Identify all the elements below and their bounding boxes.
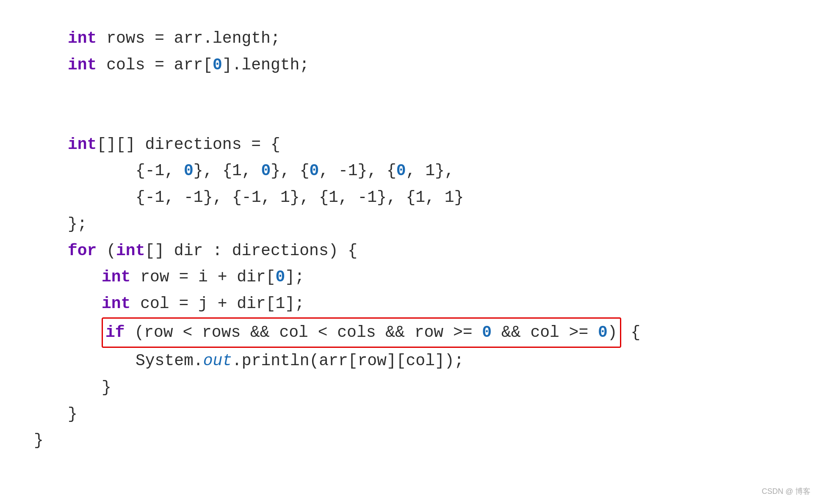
keyword-for: for bbox=[68, 238, 97, 264]
code-text: }, {1, bbox=[194, 158, 261, 185]
code-line-6: {-1, 0}, {1, 0}, {0, -1}, {0, 1}, bbox=[136, 158, 785, 185]
highlighted-if-condition: if (row < rows && col < cols && row >= 0… bbox=[102, 317, 621, 348]
keyword-int: int bbox=[68, 52, 97, 79]
code-container: int rows = arr.length; int cols = arr[0]… bbox=[0, 0, 819, 504]
keyword-int: int bbox=[68, 25, 97, 52]
code-line-16: } bbox=[34, 427, 785, 454]
code-text: [] dir : directions) { bbox=[145, 238, 357, 264]
code-line-12: if (row < rows && col < cols && row >= 0… bbox=[102, 317, 785, 348]
code-text: { bbox=[621, 319, 641, 346]
code-text: System. bbox=[136, 348, 203, 375]
code-text: {-1, bbox=[136, 158, 184, 185]
code-text: {-1, -1}, {-1, 1}, {1, -1}, {1, 1} bbox=[136, 185, 464, 211]
number-0: 0 bbox=[598, 319, 608, 346]
code-line-1: int rows = arr.length; bbox=[68, 25, 785, 52]
keyword-int: int bbox=[102, 291, 130, 317]
code-text: }; bbox=[68, 211, 87, 238]
code-line-7: {-1, -1}, {-1, 1}, {1, -1}, {1, 1} bbox=[136, 185, 785, 211]
code-line-empty1 bbox=[34, 78, 785, 105]
code-text: } bbox=[68, 401, 77, 428]
code-text: ]; bbox=[285, 264, 304, 291]
code-line-13: System.out.println(arr[row][col]); bbox=[136, 348, 785, 375]
code-line-10: int row = i + dir[0]; bbox=[102, 264, 785, 291]
number-0: 0 bbox=[482, 319, 492, 346]
number-0: 0 bbox=[261, 158, 271, 185]
number-0: 0 bbox=[184, 158, 194, 185]
code-text: rows = arr.length; bbox=[97, 25, 280, 52]
code-line-9: for (int[] dir : directions) { bbox=[68, 238, 785, 264]
code-line-empty2 bbox=[34, 105, 785, 132]
code-text: }, { bbox=[271, 158, 309, 185]
code-text: ( bbox=[97, 238, 116, 264]
code-line-14: } bbox=[102, 375, 785, 401]
code-text: ].length; bbox=[222, 52, 309, 79]
code-text: col = j + dir[1]; bbox=[130, 291, 304, 317]
method-out: out bbox=[203, 348, 232, 375]
number-0: 0 bbox=[213, 52, 222, 79]
code-text: } bbox=[34, 427, 44, 454]
number-0: 0 bbox=[310, 158, 319, 185]
code-line-15: } bbox=[68, 401, 785, 428]
code-text: , 1}, bbox=[406, 158, 454, 185]
code-text: ) bbox=[608, 319, 617, 346]
watermark: CSDN @ 博客 bbox=[762, 486, 811, 496]
code-line-8: }; bbox=[68, 211, 785, 238]
keyword-int: int bbox=[116, 238, 145, 264]
code-block: int rows = arr.length; int cols = arr[0]… bbox=[34, 25, 785, 454]
keyword-int: int bbox=[68, 132, 97, 158]
keyword-if: if bbox=[105, 319, 125, 346]
code-text: [][] directions = { bbox=[97, 132, 280, 158]
code-text: cols = arr[ bbox=[97, 52, 213, 79]
code-text: .println(arr[row][col]); bbox=[232, 348, 464, 375]
number-0: 0 bbox=[396, 158, 406, 185]
code-text: , -1}, { bbox=[319, 158, 396, 185]
code-line-11: int col = j + dir[1]; bbox=[102, 291, 785, 317]
number-0: 0 bbox=[275, 264, 285, 291]
code-line-2: int cols = arr[0].length; bbox=[68, 52, 785, 79]
code-text: } bbox=[102, 375, 111, 401]
code-text: row = i + dir[ bbox=[130, 264, 275, 291]
keyword-int: int bbox=[102, 264, 130, 291]
code-text: && col >= bbox=[492, 319, 598, 346]
code-line-5: int[][] directions = { bbox=[68, 132, 785, 158]
code-text: (row < rows && col < cols && row >= bbox=[125, 319, 482, 346]
